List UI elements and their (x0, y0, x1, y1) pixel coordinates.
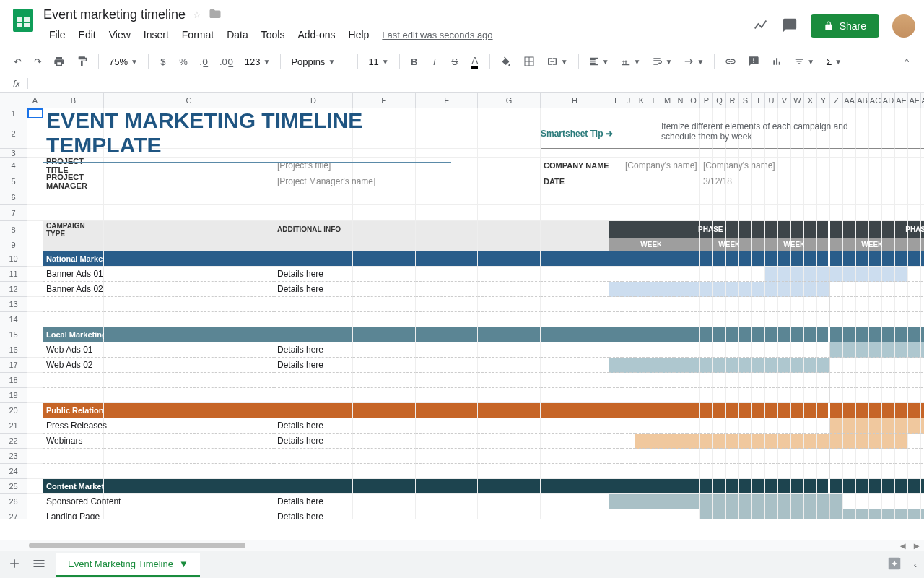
cell[interactable] (353, 342, 416, 358)
cell[interactable] (661, 358, 674, 373)
redo-button[interactable]: ↷ (29, 52, 46, 71)
cell[interactable] (895, 358, 908, 373)
col-header[interactable]: S (739, 93, 752, 108)
cell[interactable] (43, 189, 104, 205)
cell[interactable] (908, 373, 921, 388)
cell[interactable] (830, 108, 843, 118)
cell[interactable] (713, 327, 726, 342)
row-header[interactable]: 1 (0, 108, 27, 118)
cell[interactable] (274, 189, 353, 205)
cell[interactable] (541, 108, 609, 118)
cell[interactable] (869, 108, 882, 118)
share-button[interactable]: Share (811, 14, 879, 38)
cell[interactable] (478, 297, 541, 312)
cell[interactable] (869, 388, 882, 403)
cell[interactable] (700, 282, 713, 297)
cell[interactable] (353, 251, 416, 267)
cell[interactable] (830, 479, 843, 494)
cell[interactable] (27, 403, 43, 418)
sheet-tab[interactable]: Event Marketing Timeline ▼ (56, 553, 200, 577)
cell[interactable] (778, 205, 791, 221)
cell[interactable] (478, 464, 541, 479)
cell[interactable] (478, 403, 541, 418)
cell[interactable] (541, 449, 609, 464)
cell[interactable] (726, 251, 739, 267)
avatar[interactable] (892, 14, 915, 38)
cell[interactable] (817, 282, 830, 297)
cell[interactable] (635, 267, 648, 282)
cell[interactable] (778, 449, 791, 464)
cell[interactable] (921, 297, 924, 312)
cell[interactable] (804, 342, 817, 358)
cell[interactable] (778, 312, 791, 327)
cell[interactable] (895, 509, 908, 519)
cell[interactable] (778, 434, 791, 449)
row-header[interactable]: 6 (0, 189, 27, 205)
cell[interactable] (804, 403, 817, 418)
cell[interactable] (856, 494, 869, 509)
explore-button[interactable] (886, 556, 902, 574)
cell[interactable] (739, 327, 752, 342)
cell[interactable] (765, 418, 778, 434)
cell[interactable] (674, 251, 687, 267)
cell[interactable] (791, 388, 804, 403)
cell[interactable] (804, 449, 817, 464)
cell[interactable] (856, 189, 869, 205)
cell[interactable] (830, 388, 843, 403)
cell[interactable] (104, 464, 274, 479)
cell[interactable]: Banner Ads 01 (43, 267, 104, 282)
cell[interactable] (765, 221, 778, 238)
cell[interactable] (804, 158, 817, 173)
cell[interactable] (869, 342, 882, 358)
cell[interactable] (830, 221, 843, 238)
cell[interactable] (713, 434, 726, 449)
cell[interactable] (739, 449, 752, 464)
cell[interactable] (661, 173, 674, 189)
cell[interactable] (104, 358, 274, 373)
cell[interactable] (648, 312, 661, 327)
cell[interactable]: Landing Page (43, 509, 104, 519)
cell[interactable] (765, 108, 778, 118)
cell[interactable] (478, 149, 541, 158)
cell[interactable] (921, 205, 924, 221)
cell[interactable] (817, 434, 830, 449)
row-header[interactable]: 25 (0, 479, 27, 494)
cell[interactable] (609, 464, 622, 479)
cell[interactable] (765, 297, 778, 312)
cell[interactable] (353, 434, 416, 449)
cell[interactable] (843, 267, 856, 282)
cell[interactable] (791, 312, 804, 327)
cell[interactable] (635, 312, 648, 327)
cell[interactable] (895, 297, 908, 312)
cell[interactable] (739, 509, 752, 519)
cell[interactable] (661, 108, 674, 118)
cell[interactable] (27, 509, 43, 519)
cell[interactable] (541, 373, 609, 388)
cell[interactable] (921, 108, 924, 118)
cell[interactable] (765, 479, 778, 494)
cell[interactable] (804, 173, 817, 189)
cell[interactable] (804, 267, 817, 282)
cell[interactable]: COMPANY NAME (541, 158, 609, 173)
cell[interactable] (541, 479, 609, 494)
cell[interactable] (622, 388, 635, 403)
cell[interactable] (104, 418, 274, 434)
cell[interactable] (778, 388, 791, 403)
cell[interactable] (687, 297, 700, 312)
cell[interactable] (687, 464, 700, 479)
cell[interactable] (856, 479, 869, 494)
cell[interactable] (648, 327, 661, 342)
cell[interactable] (804, 388, 817, 403)
cell[interactable] (648, 282, 661, 297)
cell[interactable] (752, 108, 765, 118)
cell[interactable] (648, 373, 661, 388)
cell[interactable] (622, 251, 635, 267)
cell[interactable] (541, 312, 609, 327)
cell[interactable] (674, 388, 687, 403)
cell[interactable] (752, 158, 765, 173)
cell[interactable] (791, 108, 804, 118)
cell[interactable] (609, 251, 622, 267)
cell[interactable] (478, 118, 541, 149)
cell[interactable] (856, 342, 869, 358)
cell[interactable] (765, 327, 778, 342)
